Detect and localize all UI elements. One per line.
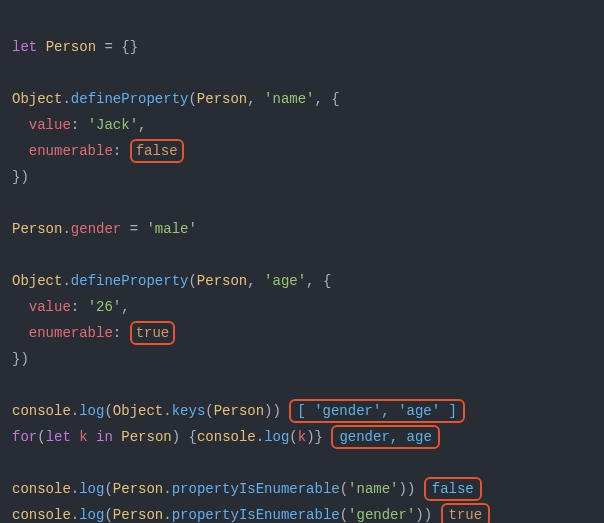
punct: = {}	[96, 39, 138, 55]
keyword-let: let	[12, 39, 37, 55]
prop-enumerable: enumerable	[29, 143, 113, 159]
ident-person: Person	[46, 39, 96, 55]
fn-propertyisenumerable: propertyIsEnumerable	[172, 481, 340, 497]
line-4: value: 'Jack',	[12, 117, 146, 133]
line-13: })	[12, 351, 29, 367]
line-19: console.log(Person.propertyIsEnumerable(…	[12, 507, 490, 523]
dot: .	[62, 91, 70, 107]
str-name: 'name'	[264, 91, 314, 107]
bool-false: false	[136, 143, 178, 159]
str-26: '26'	[88, 299, 122, 315]
prop-value: value	[29, 117, 71, 133]
open: (	[188, 91, 196, 107]
fn-keys: keys	[172, 403, 206, 419]
bool-true: true	[136, 325, 170, 341]
output-for: gender, age	[331, 425, 439, 449]
line-12: enumerable: true	[12, 325, 175, 341]
line-5: enumerable: false	[12, 143, 184, 159]
str-jack: 'Jack'	[88, 117, 138, 133]
output-enum-name: false	[424, 477, 482, 501]
line-6: })	[12, 169, 29, 185]
comma: ,	[315, 91, 332, 107]
line-3: Object.defineProperty(Person, 'name', {	[12, 91, 340, 107]
ident-object: Object	[12, 91, 62, 107]
comma: ,	[247, 91, 264, 107]
line-15: console.log(Object.keys(Person)) [ 'gend…	[12, 403, 465, 419]
fn-defineproperty: defineProperty	[71, 91, 189, 107]
str-age: 'age'	[264, 273, 306, 289]
ident-person: Person	[12, 221, 62, 237]
highlight-false: false	[130, 139, 184, 163]
str-male: 'male'	[146, 221, 196, 237]
obj-open: {	[331, 91, 339, 107]
highlight-true: true	[130, 321, 176, 345]
ident-k: k	[79, 429, 87, 445]
line-11: value: '26',	[12, 299, 130, 315]
output-enum-gender: true	[441, 503, 491, 523]
prop-gender: gender	[71, 221, 121, 237]
output-keys: [ 'gender', 'age' ]	[289, 399, 465, 423]
line-1: let Person = {}	[12, 39, 138, 55]
line-18: console.log(Person.propertyIsEnumerable(…	[12, 481, 482, 497]
code-editor: let Person = {} Object.defineProperty(Pe…	[0, 0, 604, 523]
line-8: Person.gender = 'male'	[12, 221, 197, 237]
line-10: Object.defineProperty(Person, 'age', {	[12, 273, 331, 289]
ident-person: Person	[197, 91, 247, 107]
line-16: for(let k in Person) {console.log(k)} ge…	[12, 429, 440, 445]
